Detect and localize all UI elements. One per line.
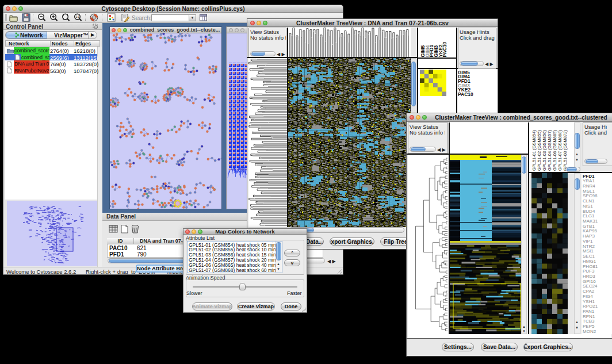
svg-text:1:1: 1:1 [75, 15, 79, 18]
